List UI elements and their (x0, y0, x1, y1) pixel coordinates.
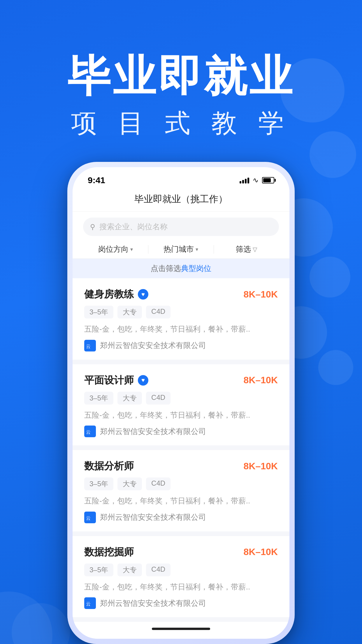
battery-icon (262, 177, 274, 183)
job-salary-2: 8K–10K (244, 375, 278, 386)
company-name-1: 郑州云智信安安全技术有限公司 (100, 340, 206, 351)
wifi-icon: ∿ (253, 176, 259, 184)
search-bar[interactable]: ⚲ 搜索企业、岗位名称 (83, 218, 279, 236)
company-logo-svg-2: 云 (85, 426, 95, 437)
job-title-1: 健身房教练 (84, 288, 134, 301)
svg-text:云: 云 (86, 430, 91, 435)
job-card-4[interactable]: 数据挖掘师 8K–10K 3–5年 大专 C4D 五险-金，包吃，年终奖，节日福… (73, 536, 289, 617)
job-card-2-header: 平面设计师 ♥ 8K–10K (84, 374, 278, 387)
job-salary-4: 8K–10K (244, 547, 278, 557)
company-logo-3: 云 (84, 512, 96, 523)
job-tags-3: 3–5年 大专 C4D (84, 477, 278, 490)
hot-city-filter[interactable]: 热门城市 ▾ (148, 244, 213, 254)
company-logo-svg-3: 云 (85, 512, 95, 523)
svg-text:云: 云 (86, 601, 91, 606)
job-tag-experience-1: 3–5年 (84, 306, 113, 318)
company-logo-4: 云 (84, 597, 96, 609)
home-indicator (73, 622, 289, 639)
phone-mockup: 9:41 ∿ (67, 162, 295, 644)
company-name-3: 郑州云智信安安全技术有限公司 (100, 512, 206, 522)
job-title-row-2: 平面设计师 ♥ (84, 374, 148, 387)
job-benefits-3: 五险-金，包吃，年终奖，节日福利，餐补，带薪.. (84, 496, 278, 506)
position-direction-arrow: ▾ (130, 246, 133, 253)
job-tag-edu-1: 大专 (117, 306, 142, 318)
job-tag-skill-4: C4D (146, 564, 171, 576)
job-benefits-4: 五险-金，包吃，年终奖，节日福利，餐补，带薪.. (84, 582, 278, 592)
job-tags-2: 3–5年 大专 C4D (84, 392, 278, 405)
app-header: 毕业即就业（挑工作） (73, 188, 289, 212)
svg-text:云: 云 (86, 516, 91, 521)
job-tag-skill-2: C4D (146, 392, 171, 405)
hot-city-label: 热门城市 (164, 244, 194, 254)
search-icon: ⚲ (90, 223, 95, 231)
company-logo-1: 云 (84, 340, 96, 351)
company-name-4: 郑州云智信安安全技术有限公司 (100, 598, 206, 608)
phone-outer-shell: 9:41 ∿ (67, 162, 295, 644)
phone-inner-shell: 9:41 ∿ (73, 167, 289, 639)
banner-bar[interactable]: 点击筛选典型岗位 (73, 259, 289, 278)
position-direction-filter[interactable]: 岗位方向 ▾ (83, 244, 148, 254)
job-tag-skill-1: C4D (146, 306, 171, 318)
job-tag-skill-3: C4D (146, 477, 171, 490)
hot-city-arrow: ▾ (196, 246, 198, 253)
company-logo-2: 云 (84, 426, 96, 437)
job-tag-experience-3: 3–5年 (84, 477, 113, 490)
job-card-3-header: 数据分析师 8K–10K (84, 459, 278, 473)
job-card-4-header: 数据挖掘师 8K–10K (84, 545, 278, 559)
position-direction-label: 岗位方向 (98, 244, 129, 254)
job-tag-edu-4: 大专 (117, 564, 142, 576)
job-tags-1: 3–5年 大专 C4D (84, 306, 278, 318)
job-title-row-1: 健身房教练 ♥ (84, 288, 148, 301)
job-card-2[interactable]: 平面设计师 ♥ 8K–10K 3–5年 大专 C4D 五险-金，包吃，年终奖，节… (73, 364, 289, 445)
status-icons: ∿ (240, 176, 274, 184)
job-tag-edu-3: 大专 (117, 477, 142, 490)
filter-row: 岗位方向 ▾ 热门城市 ▾ 筛选 ▽ (73, 240, 289, 259)
job-salary-3: 8K–10K (244, 461, 278, 472)
status-bar: 9:41 ∿ (73, 167, 289, 188)
company-name-2: 郑州云智信安安全技术有限公司 (100, 426, 206, 437)
job-card-1-header: 健身房教练 ♥ 8K–10K (84, 288, 278, 301)
company-row-2: 云 郑州云智信安安全技术有限公司 (84, 426, 278, 437)
search-placeholder: 搜索企业、岗位名称 (99, 222, 168, 232)
phone-screen: 9:41 ∿ (73, 167, 289, 639)
job-tag-experience-2: 3–5年 (84, 392, 113, 405)
signal-icon (240, 177, 249, 183)
job-title-2: 平面设计师 (84, 374, 134, 387)
banner-highlight: 典型岗位 (181, 264, 211, 273)
job-tag-edu-2: 大专 (117, 392, 142, 405)
job-card-1[interactable]: 健身房教练 ♥ 8K–10K 3–5年 大专 C4D 五险-金，包吃，年终奖，节… (73, 278, 289, 359)
app-title: 毕业即就业（挑工作） (134, 194, 228, 204)
job-title-4: 数据挖掘师 (84, 545, 134, 559)
job-title-row-4: 数据挖掘师 (84, 545, 134, 559)
search-section: ⚲ 搜索企业、岗位名称 (73, 212, 289, 240)
job-title-3: 数据分析师 (84, 459, 134, 473)
company-logo-svg-4: 云 (85, 598, 95, 608)
funnel-icon: ▽ (253, 246, 257, 253)
heart-icon-2: ♥ (138, 375, 148, 386)
status-time: 9:41 (88, 175, 105, 185)
svg-text:云: 云 (86, 344, 91, 349)
main-title: 毕业即就业 (0, 52, 362, 100)
sub-title: 项 目 式 教 学 (0, 106, 362, 141)
company-row-1: 云 郑州云智信安安全技术有限公司 (84, 340, 278, 351)
job-benefits-1: 五险-金，包吃，年终奖，节日福利，餐补，带薪.. (84, 324, 278, 334)
job-title-row-3: 数据分析师 (84, 459, 134, 473)
job-tag-experience-4: 3–5年 (84, 564, 113, 576)
company-logo-svg-1: 云 (85, 340, 95, 351)
job-tags-4: 3–5年 大专 C4D (84, 564, 278, 576)
company-row-3: 云 郑州云智信安安全技术有限公司 (84, 512, 278, 523)
job-card-3[interactable]: 数据分析师 8K–10K 3–5年 大专 C4D 五险-金，包吃，年终奖，节日福… (73, 450, 289, 531)
job-salary-1: 8K–10K (244, 289, 278, 300)
company-row-4: 云 郑州云智信安安全技术有限公司 (84, 597, 278, 609)
job-list: 健身房教练 ♥ 8K–10K 3–5年 大专 C4D 五险-金，包吃，年终奖，节… (73, 278, 289, 617)
screen-filter[interactable]: 筛选 ▽ (214, 244, 279, 254)
job-benefits-2: 五险-金，包吃，年终奖，节日福利，餐补，带薪.. (84, 410, 278, 420)
banner-text: 点击筛选 (151, 264, 181, 273)
heart-icon-1: ♥ (138, 289, 148, 300)
hero-section: 毕业即就业 项 目 式 教 学 (0, 0, 362, 141)
screen-label: 筛选 (236, 244, 251, 254)
home-bar (152, 628, 210, 630)
